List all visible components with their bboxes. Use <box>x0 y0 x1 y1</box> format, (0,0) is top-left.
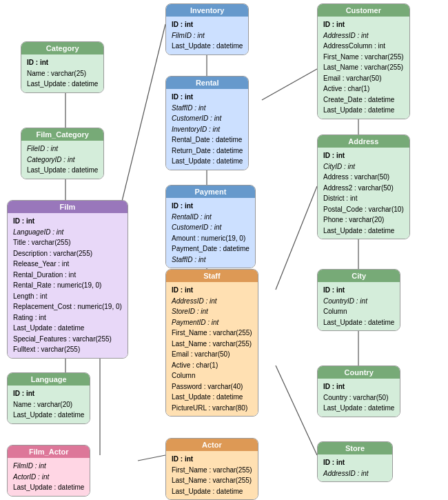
entity-field: ID : int <box>172 19 243 30</box>
entity-field: Amount : numeric(19, 0) <box>172 233 250 244</box>
entity-header-country: Country <box>318 366 400 379</box>
entity-header-film_category: Film_Category <box>21 128 103 141</box>
entity-header-film_actor: Film_Actor <box>8 446 90 458</box>
entity-field: Last_Update : datetime <box>172 392 252 403</box>
entity-field: Address2 : varchar(50) <box>323 183 404 194</box>
entity-header-rental: Rental <box>166 77 248 89</box>
entity-field: Rental_Duration : int <box>13 270 122 281</box>
entity-field: RentalID : int <box>172 212 250 223</box>
entity-field: Special_Features : varchar(255) <box>13 334 122 345</box>
entity-field: Last_Name : varchar(255) <box>172 475 252 486</box>
entity-field: CustomerID : int <box>172 222 250 233</box>
entity-field: CountryID : int <box>323 296 394 307</box>
entity-field: ID : int <box>172 285 252 296</box>
entity-field: First_Name : varchar(255) <box>172 328 252 339</box>
entity-body-address: ID : intCityID : intAddress : varchar(50… <box>318 148 409 239</box>
entity-field: Postal_Code : varchar(10) <box>323 204 404 215</box>
entity-field: ID : int <box>172 201 250 212</box>
entity-field: StoreID : int <box>172 306 252 317</box>
entity-field: FilmID : int <box>13 461 84 472</box>
entity-body-actor: ID : intFirst_Name : varchar(255)Last_Na… <box>166 451 258 499</box>
entity-store: StoreID : intAddressID : int <box>317 441 393 482</box>
entity-field: First_Name : varchar(255) <box>172 465 252 476</box>
entity-field: CustomerID : int <box>172 113 243 124</box>
entity-body-category: ID : intName : varchar(25)Last_Update : … <box>21 54 103 92</box>
entity-field: Title : varchar(255) <box>13 237 122 248</box>
entity-language: LanguageID : intName : varchar(20)Last_U… <box>7 372 90 424</box>
entity-field: ID : int <box>323 19 404 30</box>
entity-field: AddressColumn : int <box>323 41 404 52</box>
entity-field: Rating : int <box>13 312 122 323</box>
entity-body-film: ID : intLanguageID : intTitle : varchar(… <box>8 213 128 358</box>
entity-field: Rental_Rate : numeric(19, 0) <box>13 280 122 291</box>
entity-inventory: InventoryID : intFilmID : intLast_Update… <box>165 3 249 55</box>
entity-field: Password : varchar(40) <box>172 381 252 392</box>
svg-line-6 <box>117 24 165 221</box>
entity-field: Last_Update : datetime <box>27 79 98 90</box>
entity-field: Last_Update : datetime <box>323 105 404 116</box>
entity-field: StaffID : int <box>172 103 243 114</box>
entity-body-payment: ID : intRentalID : intCustomerID : intAm… <box>166 198 255 268</box>
entity-field: Name : varchar(25) <box>27 68 98 79</box>
entity-field: Address : varchar(50) <box>323 172 404 183</box>
entity-film: FilmID : intLanguageID : intTitle : varc… <box>7 200 128 359</box>
entity-field: Column <box>323 306 394 317</box>
entity-film_actor: Film_ActorFilmID : intActorID : intLast_… <box>7 445 90 497</box>
entity-header-customer: Customer <box>318 4 409 17</box>
entity-field: LanguageID : int <box>13 227 122 238</box>
entity-field: Last_Update : datetime <box>172 156 243 167</box>
entity-header-film: Film <box>8 201 128 213</box>
entity-field: InventoryID : int <box>172 124 243 135</box>
entity-actor: ActorID : intFirst_Name : varchar(255)La… <box>165 438 258 500</box>
entity-field: AddressID : int <box>172 296 252 307</box>
entity-field: ActorID : int <box>13 472 84 483</box>
entity-field: Create_Date : datetime <box>323 94 404 106</box>
svg-line-13 <box>138 455 165 461</box>
entity-country: CountryID : intCountry : varchar(50)Last… <box>317 366 400 417</box>
entity-header-language: Language <box>8 373 90 386</box>
entity-field: CategoryID : int <box>27 154 98 166</box>
svg-line-8 <box>276 186 317 290</box>
entity-body-film_category: FileID : intCategoryID : intLast_Update … <box>21 141 103 179</box>
entity-body-customer: ID : intAddressID : intAddressColumn : i… <box>318 17 409 119</box>
entity-field: ID : int <box>13 388 84 399</box>
entity-header-store: Store <box>318 442 392 454</box>
entity-field: Return_Date : datetime <box>172 146 243 157</box>
entity-field: ID : int <box>13 216 122 227</box>
entity-body-language: ID : intName : varchar(20)Last_Update : … <box>8 386 90 423</box>
entity-field: ID : int <box>323 457 387 468</box>
entity-body-country: ID : intCountry : varchar(50)Last_Update… <box>318 379 400 417</box>
entity-field: ID : int <box>323 285 394 296</box>
entity-field: Last_Update : datetime <box>323 403 394 414</box>
entity-field: Description : varchar(255) <box>13 248 122 259</box>
entity-field: Last_Update : datetime <box>13 482 84 493</box>
entity-address: AddressID : intCityID : intAddress : var… <box>317 134 410 239</box>
entity-field: PaymentID : int <box>172 317 252 328</box>
entity-payment: PaymentID : intRentalID : intCustomerID … <box>165 185 256 268</box>
entity-rental: RentalID : intStaffID : intCustomerID : … <box>165 76 249 170</box>
svg-line-14 <box>276 366 317 455</box>
entity-field: PictureURL : varchar(80) <box>172 403 252 414</box>
entity-body-city: ID : intCountryID : intColumnLast_Update… <box>318 282 400 330</box>
entity-field: Last_Update : datetime <box>13 323 122 334</box>
entity-header-city: City <box>318 270 400 282</box>
entity-field: Active : char(1) <box>323 83 404 94</box>
entity-body-rental: ID : intStaffID : intCustomerID : intInv… <box>166 89 248 170</box>
entity-field: Rental_Date : datetime <box>172 134 243 146</box>
entity-field: CityID : int <box>323 161 404 172</box>
entity-field: ID : int <box>172 92 243 103</box>
entity-field: Last_Name : varchar(255) <box>172 339 252 350</box>
entity-field: StaffID : int <box>172 254 250 266</box>
entity-body-inventory: ID : intFilmID : intLast_Update : dateti… <box>166 17 248 54</box>
entity-body-film_actor: FilmID : intActorID : intLast_Update : d… <box>8 458 90 496</box>
entity-customer: CustomerID : intAddressID : intAddressCo… <box>317 3 410 119</box>
entity-body-store: ID : intAddressID : int <box>318 454 392 481</box>
entity-header-staff: Staff <box>166 270 258 282</box>
entity-field: AddressID : int <box>323 30 404 41</box>
entity-field: Country : varchar(50) <box>323 392 394 403</box>
entity-field: Active : char(1) <box>172 360 252 371</box>
entity-field: Payment_Date : datetime <box>172 243 250 254</box>
entity-field: Replacement_Cost : numeric(19, 0) <box>13 301 122 312</box>
entity-field: Length : int <box>13 291 122 302</box>
entity-field: First_Name : varchar(255) <box>323 52 404 63</box>
